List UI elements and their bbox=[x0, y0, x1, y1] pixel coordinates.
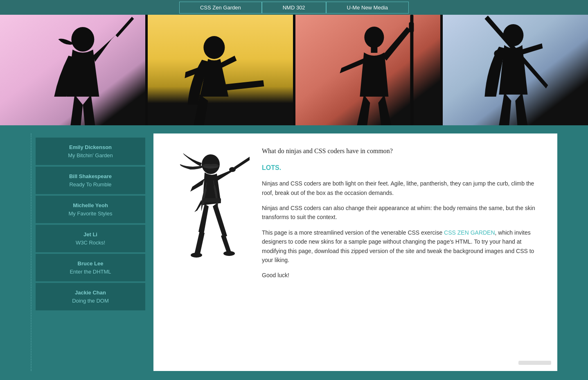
hero-panel-2 bbox=[148, 15, 293, 125]
sidebar-item-line1: Emily Dickenson bbox=[40, 143, 141, 152]
svg-rect-3 bbox=[371, 47, 377, 53]
sidebar-item-jet-li[interactable]: Jet Li W3C Rocks! bbox=[36, 225, 145, 252]
sidebar-item-line1: Jackie Chan bbox=[40, 289, 141, 297]
sidebar-item-line2: Enter the DHTML bbox=[40, 268, 141, 276]
svg-point-11 bbox=[223, 251, 235, 256]
nav-css-zen-garden[interactable]: CSS Zen Garden bbox=[179, 2, 262, 14]
hero-panel-4 bbox=[443, 15, 588, 125]
sidebar: Emily Dickenson My Bitchin' Garden Bill … bbox=[31, 133, 145, 371]
ninja-illustration bbox=[168, 146, 250, 269]
sidebar-dotted-border bbox=[31, 133, 32, 371]
css-zen-garden-link[interactable]: CSS ZEN GARDEN bbox=[444, 229, 495, 236]
sidebar-item-emily-dickenson[interactable]: Emily Dickenson My Bitchin' Garden bbox=[36, 138, 145, 165]
top-navigation: CSS Zen Garden NMD 302 U-Me New Media bbox=[0, 0, 588, 15]
panel-divider-3 bbox=[440, 15, 443, 125]
content-para3: This page is a more streamlined version … bbox=[262, 228, 543, 265]
text-content: What do ninjas and CSS coders have in co… bbox=[262, 146, 543, 286]
hero-panel-1 bbox=[0, 15, 145, 125]
sidebar-item-line1: Michelle Yeoh bbox=[40, 201, 141, 210]
nav-nmd-302[interactable]: NMD 302 bbox=[262, 2, 326, 14]
main-content: Emily Dickenson My Bitchin' Garden Bill … bbox=[0, 125, 588, 379]
content-inner: What do ninjas and CSS coders have in co… bbox=[168, 146, 543, 286]
lots-text: LOTS. bbox=[262, 163, 543, 173]
sidebar-item-line2: Ready To Rumble bbox=[40, 181, 141, 189]
sidebar-item-line1: Bruce Lee bbox=[40, 260, 141, 268]
panel-divider-2 bbox=[293, 15, 295, 125]
svg-point-0 bbox=[71, 27, 94, 52]
sidebar-item-line1: Bill Shakespeare bbox=[40, 172, 141, 181]
svg-rect-12 bbox=[202, 198, 221, 202]
sidebar-item-line2: My Favorite Styles bbox=[40, 210, 141, 218]
svg-point-2 bbox=[364, 27, 384, 48]
sidebar-item-line2: Doing the DOM bbox=[40, 297, 141, 305]
panel-divider-1 bbox=[145, 15, 148, 125]
sidebar-item-line1: Jet Li bbox=[40, 231, 141, 239]
sidebar-item-michelle-yeoh[interactable]: Michelle Yeoh My Favorite Styles bbox=[36, 196, 145, 223]
nav-u-me-new-media[interactable]: U-Me New Media bbox=[326, 2, 409, 14]
para3-before: This page is a more streamlined version … bbox=[262, 229, 444, 236]
sidebar-item-bruce-lee[interactable]: Bruce Lee Enter the DHTML bbox=[36, 254, 145, 281]
hero-panel-3 bbox=[295, 15, 441, 125]
content-para1: Ninjas and CSS coders are both light on … bbox=[262, 179, 543, 197]
svg-point-9 bbox=[229, 167, 236, 172]
hero-banner bbox=[0, 15, 588, 125]
content-para2: Ninjas and CSS coders can also change th… bbox=[262, 204, 543, 222]
sidebar-item-line2: W3C Rocks! bbox=[40, 239, 141, 247]
content-panel: What do ninjas and CSS coders have in co… bbox=[153, 133, 557, 371]
content-heading: What do ninjas and CSS coders have in co… bbox=[262, 146, 543, 156]
svg-rect-5 bbox=[410, 15, 413, 125]
scrollbar[interactable] bbox=[518, 361, 551, 365]
sidebar-item-jackie-chan[interactable]: Jackie Chan Doing the DOM bbox=[36, 283, 145, 310]
svg-point-10 bbox=[191, 253, 202, 258]
sidebar-item-bill-shakespeare[interactable]: Bill Shakespeare Ready To Rumble bbox=[36, 167, 145, 194]
sidebar-item-line2: My Bitchin' Garden bbox=[40, 152, 141, 160]
good-luck: Good luck! bbox=[262, 271, 543, 280]
